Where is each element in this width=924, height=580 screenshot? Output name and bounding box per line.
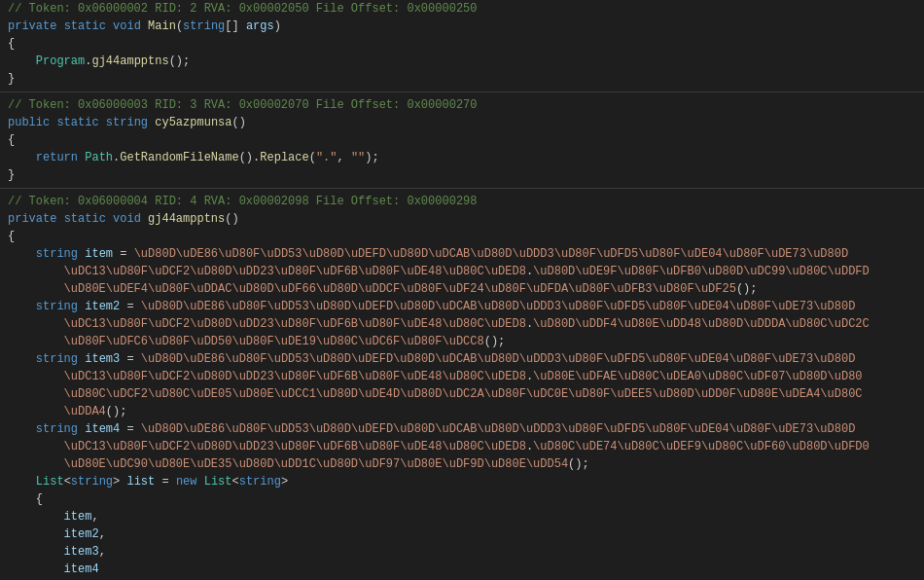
line-item2-l3: \uD80F\uDFC6\uD80F\uDD50\uD80F\uDE19\uD8… <box>0 333 924 350</box>
line-comment-token4: // Token: 0x06000004 RID: 4 RVA: 0x00002… <box>0 193 924 210</box>
line-item3-l3: \uD80C\uDCF2\uD80C\uDE05\uD80E\uDCC1\uD8… <box>0 385 924 403</box>
line-close-brace-cy5: } <box>0 166 924 184</box>
line-item4-l3: \uD80E\uDC90\uD80E\uDE35\uD80D\uDD1C\uD8… <box>0 455 924 473</box>
line-return-path: return Path.GetRandomFileName().Replace(… <box>0 149 924 166</box>
line-program-call: Program.gj44ampptns(); <box>0 53 924 70</box>
line-item2-l2: \uDC13\uD80F\uDCF2\uD80D\uDD23\uD80F\uDF… <box>0 315 924 333</box>
line-item3-l4: \uDDA4(); <box>0 403 924 420</box>
line-cy5-decl: public static string cy5azpmunsa() <box>0 114 924 131</box>
line-list-decl: List<string> list = new List<string> <box>0 473 924 490</box>
line-item-comma: item, <box>0 508 924 526</box>
line-main-decl: private static void Main(string[] args) <box>0 18 924 35</box>
line-item4-l2: \uDC13\uD80F\uDCF2\uD80D\uDD23\uD80F\uDF… <box>0 438 924 455</box>
separator-2 <box>0 188 924 189</box>
line-item4-val: item4 <box>0 561 924 578</box>
line-item2-comma: item2, <box>0 526 924 543</box>
line-item1-l2: \uDC13\uD80F\uDCF2\uD80D\uDD23\uD80F\uDF… <box>0 263 924 280</box>
line-item3-l1: string item3 = \uD80D\uDE86\uD80F\uDD53\… <box>0 350 924 368</box>
line-item3-l2: \uDC13\uD80F\uDCF2\uD80D\uDD23\uD80F\uDF… <box>0 368 924 385</box>
line-comment-token2: // Token: 0x06000002 RID: 2 RVA: 0x00002… <box>0 0 924 18</box>
line-open-brace-main: { <box>0 35 924 53</box>
line-gj44-decl: private static void gj44ampptns() <box>0 210 924 228</box>
line-open-brace-gj: { <box>0 228 924 245</box>
line-open-brace-list: { <box>0 490 924 508</box>
line-open-brace-cy5: { <box>0 131 924 149</box>
line-item3-comma: item3, <box>0 543 924 561</box>
line-comment-token3: // Token: 0x06000003 RID: 3 RVA: 0x00002… <box>0 96 924 114</box>
line-item1-l1: string item = \uD80D\uDE86\uD80F\uDD53\u… <box>0 245 924 263</box>
code-container: // Token: 0x06000002 RID: 2 RVA: 0x00002… <box>0 0 924 580</box>
line-item1-l3: \uD80E\uDEF4\uD80F\uDDAC\uD80D\uDF66\uD8… <box>0 280 924 298</box>
line-item4-l1: string item4 = \uD80D\uDE86\uD80F\uDD53\… <box>0 420 924 438</box>
separator-1 <box>0 91 924 92</box>
code-block: // Token: 0x06000002 RID: 2 RVA: 0x00002… <box>0 0 924 580</box>
line-item2-l1: string item2 = \uD80D\uDE86\uD80F\uDD53\… <box>0 298 924 315</box>
line-close-brace-main: } <box>0 70 924 88</box>
